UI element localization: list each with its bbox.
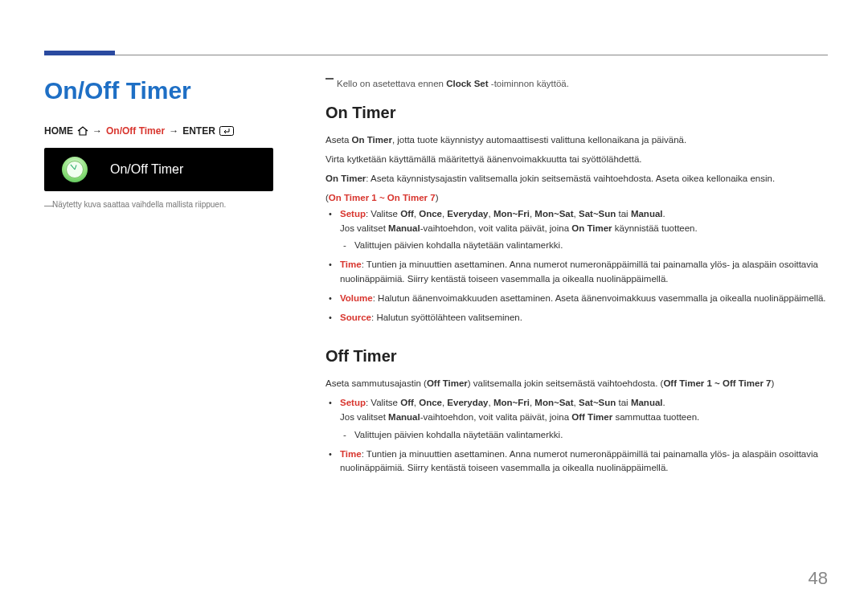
header-rule-wrap — [44, 0, 828, 55]
opt: Mon~Fri — [493, 209, 530, 219]
enter-icon — [219, 126, 234, 136]
text-bold: Off Timer — [571, 412, 612, 422]
on-timer-p3: On Timer: Aseta käynnistysajastin valits… — [326, 172, 828, 186]
opt: Manual — [631, 209, 663, 219]
content-columns: On/Off Timer HOME → On/Off Timer → ENTER… — [44, 77, 828, 480]
sub-list: Valittujen päivien kohdalla näytetään va… — [340, 239, 828, 253]
clockface-icon — [66, 161, 84, 178]
text: : Halutun äänenvoimakkuuden asettaminen.… — [373, 293, 826, 303]
pre-note-bold: Clock Set — [446, 79, 488, 88]
text: , jotta tuote käynnistyy automaattisesti… — [392, 135, 686, 145]
text: Jos valitset — [340, 412, 388, 422]
screenshot-footnote: ― Näytetty kuva saattaa vaihdella mallis… — [44, 199, 293, 210]
opt: Sat~Sun — [579, 398, 616, 407]
opt: Mon~Fri — [493, 398, 530, 407]
opt: Off — [400, 209, 414, 219]
text: sammuttaa tuotteen. — [612, 412, 699, 422]
on-timer-heading: On Timer — [326, 104, 828, 122]
opt: Mon~Sat — [534, 209, 573, 219]
on-timer-p2: Virta kytketään käyttämällä määritettyä … — [326, 153, 828, 167]
screenshot-label: On/Off Timer — [110, 162, 183, 177]
text: ) valitsemalla jokin seitsemästä vaihtoe… — [468, 378, 664, 388]
text: Jos valitset — [340, 223, 388, 233]
text: -vaihtoehdon, voit valita päivät, joina — [420, 223, 572, 233]
text: -vaihtoehdon, voit valita päivät, joina — [420, 412, 572, 422]
text: . — [663, 209, 665, 219]
opt: Once — [419, 209, 442, 219]
text-bold: Manual — [388, 223, 420, 233]
sub-item: Valittujen päivien kohdalla näytetään va… — [354, 239, 828, 253]
setup-label: Setup — [340, 398, 366, 407]
paren: ) — [436, 193, 439, 202]
text: : Tuntien ja minuuttien asettaminen. Ann… — [340, 260, 818, 284]
pre-note-prefix: Kello on asetettava ennen — [337, 79, 446, 88]
text: käynnistää tuotteen. — [612, 223, 698, 233]
page-number: 48 — [809, 568, 828, 589]
text-bold: On Timer — [571, 223, 612, 233]
menu-screenshot: On/Off Timer — [44, 148, 273, 191]
pre-note: Kello on asetettava ennen Clock Set -toi… — [326, 77, 828, 91]
bullet-volume: Volume: Halutun äänenvoimakkuuden asetta… — [340, 292, 828, 306]
left-column: On/Off Timer HOME → On/Off Timer → ENTER… — [44, 77, 293, 480]
opt: Off — [400, 398, 414, 407]
volume-label: Volume — [340, 293, 373, 303]
off-timer-bullets: Setup: Valitse Off, Once, Everyday, Mon~… — [326, 396, 828, 476]
text: ) — [771, 378, 774, 388]
nav-path-item: On/Off Timer — [106, 125, 165, 137]
text-bold: Off Timer — [427, 378, 468, 388]
nav-enter-label: ENTER — [182, 125, 215, 137]
text: : Tuntien ja minuuttien asettaminen. Ann… — [340, 449, 818, 473]
text: : Valitse — [366, 209, 400, 219]
text: tai — [616, 209, 631, 219]
text-bold: On Timer — [326, 174, 366, 183]
opt: Sat~Sun — [579, 209, 616, 219]
opt: Once — [419, 398, 442, 407]
bullet-time: Time: Tuntien ja minuuttien asettaminen.… — [340, 447, 828, 476]
footnote-text: Näytetty kuva saattaa vaihdella mallista… — [52, 200, 226, 209]
on-timer-range: (On Timer 1 ~ On Timer 7) — [326, 193, 828, 202]
opt: Everyday — [447, 398, 488, 407]
on-timer-p1: Aseta On Timer, jotta tuote käynnistyy a… — [326, 133, 828, 148]
text-bold: Manual — [388, 412, 420, 422]
svg-rect-0 — [219, 127, 233, 136]
timer-icon — [62, 157, 88, 182]
setup-label: Setup — [340, 209, 366, 219]
off-timer-heading: Off Timer — [326, 347, 828, 366]
right-column: Kello on asetettava ennen Clock Set -toi… — [326, 77, 828, 480]
pre-note-suffix: -toiminnon käyttöä. — [489, 79, 569, 88]
header-rule — [44, 55, 828, 55]
home-icon — [77, 126, 88, 136]
sub-item: Valittujen päivien kohdalla näytetään va… — [354, 428, 828, 443]
section-gap — [326, 329, 828, 347]
page-title: On/Off Timer — [44, 77, 293, 104]
source-label: Source — [340, 313, 371, 322]
opt: Mon~Sat — [534, 398, 573, 407]
header-accent-bar — [44, 51, 115, 55]
bullet-setup: Setup: Valitse Off, Once, Everyday, Mon~… — [340, 207, 828, 253]
text: : Aseta käynnistysajastin valitsemalla j… — [366, 174, 775, 183]
opt: Manual — [631, 398, 663, 407]
text: : Valitse — [366, 398, 400, 407]
text: . — [663, 398, 665, 407]
nav-arrow-2: → — [169, 125, 178, 137]
nav-home-label: HOME — [44, 125, 73, 137]
range-text: On Timer 1 ~ On Timer 7 — [329, 193, 436, 202]
footnote-dash: ― — [44, 199, 54, 213]
text: Aseta — [326, 135, 352, 145]
text: : Halutun syöttölähteen valitseminen. — [371, 313, 522, 322]
bullet-time: Time: Tuntien ja minuuttien asettaminen.… — [340, 258, 828, 287]
sub-list: Valittujen päivien kohdalla näytetään va… — [340, 428, 828, 443]
off-timer-p1: Aseta sammutusajastin (Off Timer) valits… — [326, 377, 828, 391]
text: Aseta sammutusajastin ( — [326, 378, 427, 388]
on-timer-bullets: Setup: Valitse Off, Once, Everyday, Mon~… — [326, 207, 828, 325]
time-label: Time — [340, 260, 362, 269]
nav-arrow-1: → — [92, 125, 102, 137]
time-label: Time — [340, 449, 362, 459]
manual-page: On/Off Timer HOME → On/Off Timer → ENTER… — [0, 0, 868, 613]
opt: Everyday — [447, 209, 488, 219]
text-bold: Off Timer 1 ~ Off Timer 7 — [663, 378, 771, 388]
nav-path: HOME → On/Off Timer → ENTER — [44, 125, 293, 137]
text-bold: On Timer — [352, 135, 392, 145]
bullet-source: Source: Halutun syöttölähteen valitsemin… — [340, 311, 828, 325]
text: tai — [616, 398, 631, 407]
